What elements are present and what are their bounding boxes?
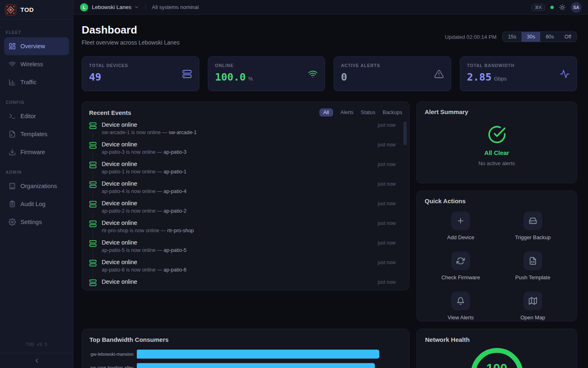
event-title: Device online (102, 161, 137, 167)
event-time: just now (378, 181, 402, 187)
event-separator: — (156, 169, 163, 175)
server-icon (89, 259, 97, 267)
add-device-button[interactable]: Add Device (425, 211, 497, 240)
trigger-backup-button[interactable]: Trigger Backup (497, 211, 569, 240)
sidebar-footer: TOD v9.5 (0, 339, 73, 368)
quick-action-label: Trigger Backup (515, 234, 551, 240)
event-message: ap-patio-6 is now online (102, 267, 156, 273)
event-item[interactable]: Device onlinejust now ap-patio-4 is now … (89, 180, 402, 200)
event-item[interactable]: Device onlinejust now ap-patio-6 is now … (89, 259, 402, 278)
sidebar-item-firmware[interactable]: Firmware (4, 143, 69, 161)
alert-detail-text: No active alerts (479, 160, 515, 166)
events-filter-tabs: All Alerts Status Backups (319, 108, 402, 117)
sidebar-collapse-button[interactable] (0, 353, 73, 368)
event-item[interactable]: Device onlinejust now ap-patio-3 is now … (89, 141, 402, 161)
stat-value: 49 (89, 71, 101, 83)
event-time: just now (378, 220, 402, 226)
event-device: ap-patio-5 (163, 247, 186, 253)
app-version: TOD v9.5 (0, 339, 73, 353)
stat-label: TOTAL DEVICES (89, 63, 128, 68)
topbar-actions: ⌘K SA (531, 2, 581, 13)
file-code-icon (523, 251, 542, 270)
stat-value: 100.0 (215, 71, 246, 83)
refresh-interval-control: 15s 30s 60s Off (502, 31, 577, 42)
check-firmware-button[interactable]: Check Firmware (425, 251, 497, 280)
terminal-icon (9, 112, 16, 120)
user-avatar[interactable]: SA (571, 2, 581, 13)
sidebar-item-templates[interactable]: Templates (4, 125, 69, 143)
refresh-15s-button[interactable]: 15s (503, 32, 521, 42)
event-title: Device online (102, 180, 137, 187)
sidebar-item-editor[interactable]: Editor (4, 107, 69, 125)
event-item[interactable]: Device onlinejust now sw-arcade-1 is now… (89, 121, 402, 141)
sidebar-item-label: Overview (20, 43, 45, 49)
event-title: Device online (102, 220, 137, 226)
app-logo-row: TOD (0, 0, 73, 20)
event-time: just now (378, 279, 402, 285)
event-separator: — (161, 130, 169, 135)
stat-card-total-devices: TOTAL DEVICES 49 (82, 56, 199, 91)
bandwidth-bar-chart: gw-lebowski-mansion sw-core-bowling-alle… (89, 350, 402, 368)
event-item[interactable]: Device onlinejust now ap-patio-5 is now … (89, 239, 402, 259)
event-title: Device online (102, 121, 137, 128)
event-item[interactable]: Device onlinejust now (89, 278, 402, 290)
event-title: Device online (102, 239, 137, 246)
stat-card-total-bandwidth: TOTAL BANDWIDTH 2.85 Gbps (460, 56, 577, 91)
event-item[interactable]: Device onlinejust now rtr-pro-shop is no… (89, 220, 402, 239)
event-time: just now (378, 122, 402, 128)
status-dot (550, 6, 554, 9)
sidebar-item-wireless[interactable]: Wireless (4, 55, 69, 73)
sidebar-item-organizations[interactable]: Organizations (4, 177, 69, 195)
org-name: Lebowski Lanes (92, 4, 131, 10)
command-palette-shortcut[interactable]: ⌘K (531, 4, 545, 11)
event-message: ap-patio-3 is now online (102, 149, 156, 155)
file-icon (9, 130, 16, 138)
sidebar-item-traffic[interactable]: Traffic (4, 73, 69, 91)
server-icon (182, 69, 192, 79)
tab-alerts[interactable]: Alerts (341, 110, 354, 115)
event-separator: — (159, 228, 167, 233)
sidebar-item-label: Wireless (20, 61, 43, 67)
sidebar: TOD FLEET Overview Wireless Traffic (0, 0, 74, 368)
sidebar-item-label: Templates (20, 131, 47, 137)
org-switcher[interactable]: L Lebowski Lanes (80, 3, 139, 11)
sun-icon (559, 4, 566, 11)
refresh-off-button[interactable]: Off (559, 32, 577, 42)
grid-icon (9, 43, 16, 50)
sidebar-item-label: Editor (20, 113, 36, 119)
main-area: L Lebowski Lanes All systems nominal ⌘K … (74, 0, 588, 368)
quick-action-label: Push Template (515, 274, 550, 280)
event-message: ap-patio-5 is now online (102, 247, 156, 253)
events-scrollbar[interactable] (403, 121, 407, 145)
bandwidth-row: sw-core-bowling-alley (89, 363, 402, 368)
sidebar-item-audit-log[interactable]: Audit Log (4, 195, 69, 213)
tab-all[interactable]: All (319, 108, 333, 117)
open-map-button[interactable]: Open Map (497, 292, 569, 321)
event-time: just now (378, 142, 402, 148)
event-item[interactable]: Device onlinejust now ap-patio-2 is now … (89, 200, 402, 220)
view-alerts-button[interactable]: View Alerts (425, 292, 497, 321)
event-title: Device online (102, 200, 137, 206)
health-gauge: 100 (471, 348, 523, 368)
tab-status[interactable]: Status (361, 110, 375, 115)
tab-backups[interactable]: Backups (383, 110, 402, 115)
event-device: ap-patio-6 (163, 267, 186, 273)
sidebar-item-overview[interactable]: Overview (4, 37, 69, 55)
health-score: 100 (471, 361, 523, 368)
bandwidth-device-label: sw-core-bowling-alley (89, 365, 137, 368)
top-bandwidth-card: Top Bandwidth Consumers gw-lebowski-mans… (82, 329, 410, 368)
sidebar-item-label: Settings (20, 219, 42, 225)
stat-card-online: ONLINE 100.0 % (208, 56, 325, 91)
recent-events-title: Recent Events (89, 109, 131, 116)
refresh-30s-button[interactable]: 30s (521, 32, 540, 42)
event-time: just now (378, 240, 402, 246)
clipboard-icon (9, 200, 16, 208)
sidebar-item-settings[interactable]: Settings (4, 213, 69, 231)
stat-label: ACTIVE ALERTS (341, 63, 380, 68)
event-item[interactable]: Device onlinejust now ap-patio-1 is now … (89, 161, 402, 180)
quick-action-label: Check Firmware (441, 274, 480, 280)
refresh-60s-button[interactable]: 60s (540, 32, 559, 42)
theme-toggle-button[interactable] (559, 4, 566, 11)
push-template-button[interactable]: Push Template (497, 251, 569, 280)
nav-section-label-admin: ADMIN (6, 170, 67, 175)
